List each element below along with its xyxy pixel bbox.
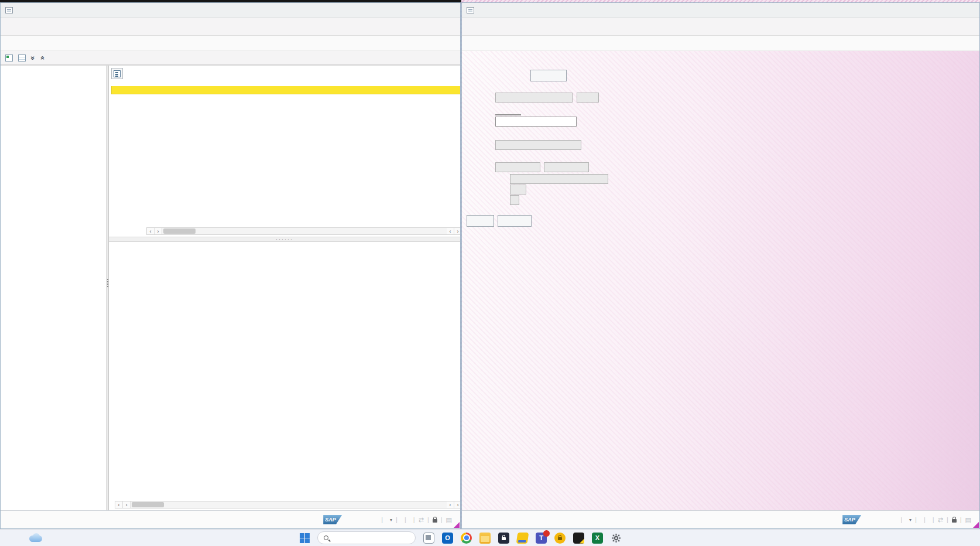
scroll-right-icon[interactable]: ›	[454, 228, 460, 234]
screen-header	[1, 36, 460, 51]
horizontal-scrollbar[interactable]: ‹› ‹›	[115, 501, 460, 509]
screen-header	[462, 36, 979, 51]
f2-cr-button[interactable]	[467, 215, 494, 227]
wt-counting-panel: ‹› ‹›	[109, 242, 460, 510]
system-toolbar	[462, 18, 979, 36]
window-menu-icon[interactable]	[467, 7, 474, 13]
detail-icon	[114, 70, 121, 77]
windows-taskbar: O T X	[0, 529, 980, 546]
scroll-right-icon[interactable]: ›	[155, 228, 162, 234]
desktop: » » ‹› ‹›	[0, 0, 980, 546]
notification-badge	[543, 530, 550, 537]
window-menu-icon[interactable]	[5, 7, 13, 13]
sap-logo: SAP	[323, 515, 342, 524]
system-toolbar	[1, 18, 460, 36]
sticky-note-app-icon[interactable]	[516, 533, 529, 544]
titlebar[interactable]	[462, 3, 979, 18]
scroll-right-icon[interactable]: ›	[123, 501, 131, 508]
outlook-icon[interactable]: O	[442, 533, 453, 544]
expand-all-icon[interactable]: »	[29, 56, 37, 60]
prod-input[interactable]	[495, 117, 577, 127]
response-time-icon: ⇄	[419, 516, 424, 524]
weather-widget[interactable]	[28, 531, 47, 543]
settings-gear-icon[interactable]	[611, 533, 622, 544]
response-time-icon: ⇄	[938, 516, 943, 524]
chevron-down-icon[interactable]: ▾	[390, 517, 392, 523]
column-tree-icon[interactable]	[5, 54, 13, 62]
collapse-all-icon[interactable]: »	[38, 56, 46, 60]
start-button[interactable]	[300, 533, 310, 543]
lock-icon	[952, 519, 957, 523]
status-bar: SAP | ▾ | | | ⇄ | | ▤	[462, 510, 979, 528]
keepass-icon[interactable]	[554, 533, 566, 544]
protyp-field[interactable]	[577, 93, 599, 103]
scroll-left-icon[interactable]: ‹	[447, 228, 454, 234]
monitor-tree	[1, 66, 106, 510]
excel-icon[interactable]: X	[592, 533, 603, 544]
file-explorer-icon[interactable]	[479, 533, 491, 544]
scroll-left-icon[interactable]: ‹	[115, 501, 123, 508]
notes-app-icon[interactable]	[573, 533, 584, 544]
chevron-down-icon[interactable]: ▾	[909, 517, 912, 523]
window-rf-sap: SAP | ▾ | | | ⇄ | | ▤	[461, 2, 980, 529]
scroll-left-icon[interactable]: ‹	[447, 501, 454, 508]
batch-field[interactable]	[495, 162, 540, 172]
lock-app-icon[interactable]	[498, 533, 509, 544]
resize-grip[interactable]	[973, 522, 979, 528]
search-icon	[324, 535, 328, 540]
scroll-thumb[interactable]	[132, 502, 164, 507]
scroll-left-icon[interactable]: ‹	[147, 228, 155, 234]
inbound-delivery-panel: ‹› ‹›	[109, 66, 460, 237]
f3-print-button[interactable]	[498, 215, 532, 227]
window-wm-monitor: » » ‹› ‹›	[0, 2, 461, 529]
titlebar[interactable]	[1, 3, 460, 18]
append-row[interactable]	[111, 86, 460, 94]
task-view-icon[interactable]	[423, 533, 434, 544]
f7-back-button[interactable]	[530, 70, 567, 81]
lock-icon	[433, 519, 437, 523]
resize-grip[interactable]	[454, 522, 460, 528]
srcbin-field[interactable]	[495, 93, 573, 103]
scroll-thumb[interactable]	[163, 228, 196, 234]
panel-splitter[interactable]: ······	[109, 237, 460, 242]
clipboard-icon: ▤	[965, 516, 971, 524]
qty-field[interactable]	[510, 174, 608, 184]
horizontal-scrollbar[interactable]: ‹› ‹›	[146, 227, 460, 235]
table-view-icon[interactable]	[18, 54, 26, 62]
expiry-date-field[interactable]	[544, 162, 589, 172]
status-bar: SAP | ▾ | | | ⇄ | | ▤	[1, 510, 460, 528]
scroll-right-icon[interactable]: ›	[454, 501, 460, 508]
clipboard-icon: ▤	[446, 516, 452, 524]
uom-field[interactable]	[510, 185, 526, 194]
protxt-field[interactable]	[495, 140, 581, 150]
detail-view-button[interactable]	[111, 68, 123, 79]
chrome-icon[interactable]	[461, 533, 472, 544]
main-area: ‹› ‹› ······ ‹› ‹›	[1, 65, 460, 510]
weather-cloud-icon	[28, 533, 43, 543]
field-underline	[495, 114, 521, 115]
application-toolbar: » »	[1, 51, 460, 65]
teams-icon[interactable]: T	[536, 533, 547, 544]
content-area: ‹› ‹› ······ ‹› ‹›	[109, 66, 460, 510]
sn-field[interactable]	[510, 195, 519, 205]
sap-logo: SAP	[842, 515, 861, 524]
rf-screen	[462, 51, 979, 510]
taskbar-search[interactable]	[317, 531, 416, 544]
